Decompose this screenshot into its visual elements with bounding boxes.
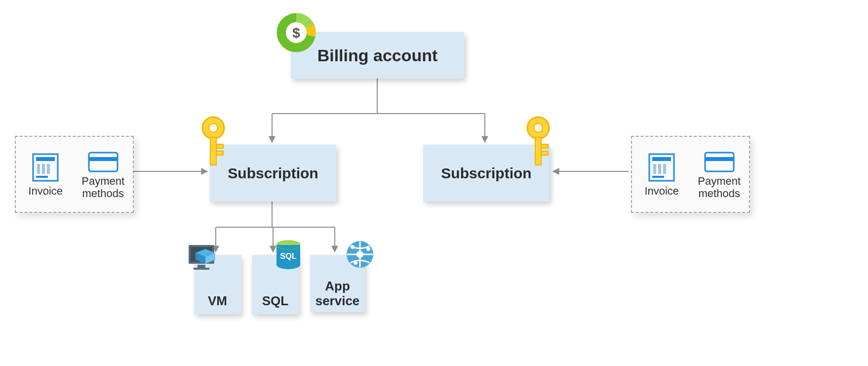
svg-rect-10 <box>541 144 548 148</box>
sql-db-icon: SQL <box>275 240 302 273</box>
billing-account-label: Billing account <box>317 46 438 65</box>
svg-rect-5 <box>216 144 223 148</box>
sql-label: SQL <box>262 294 288 309</box>
svg-rect-30 <box>47 164 50 174</box>
dollar-label: $ <box>292 25 300 41</box>
credit-card-icon <box>87 151 119 173</box>
subscription-1-label: Subscription <box>228 165 318 182</box>
app-service-label: App service <box>316 279 360 309</box>
svg-rect-15 <box>194 268 209 270</box>
credit-card-icon <box>704 151 735 173</box>
payment-item-right: Payment methods <box>696 151 743 200</box>
svg-rect-39 <box>652 176 664 178</box>
svg-point-22 <box>356 251 363 258</box>
svg-rect-11 <box>541 151 548 155</box>
svg-rect-32 <box>89 153 118 171</box>
svg-point-23 <box>351 245 355 249</box>
invoice-icon <box>31 153 60 183</box>
svg-rect-28 <box>37 164 40 174</box>
svg-rect-4 <box>210 137 216 165</box>
key-icon-2 <box>523 116 553 170</box>
svg-rect-33 <box>89 157 118 161</box>
key-icon-1 <box>198 116 228 170</box>
svg-point-25 <box>354 261 357 265</box>
svg-rect-37 <box>658 164 661 174</box>
svg-rect-14 <box>197 265 205 268</box>
invoice-icon <box>647 153 676 183</box>
diagram-canvas: Billing account $ Subscription Subscript… <box>0 0 868 366</box>
subscription-node-1: Subscription <box>210 145 336 202</box>
svg-rect-40 <box>705 153 734 171</box>
payment-box-right: Invoice Payment methods <box>631 136 750 213</box>
app-service-icon <box>346 240 374 269</box>
svg-point-8 <box>534 123 543 132</box>
svg-rect-38 <box>663 164 666 174</box>
svg-rect-9 <box>535 137 541 165</box>
svg-rect-41 <box>705 157 734 161</box>
svg-rect-36 <box>653 164 656 174</box>
sql-tag-label: SQL <box>280 252 297 260</box>
svg-rect-27 <box>36 157 55 161</box>
svg-point-24 <box>366 247 370 251</box>
subscription-2-label: Subscription <box>441 165 531 182</box>
payment-label-left: Payment methods <box>81 175 124 200</box>
svg-rect-31 <box>36 176 48 178</box>
invoice-label-right: Invoice <box>644 185 679 197</box>
invoice-item-left: Invoice <box>22 153 69 197</box>
invoice-label-left: Invoice <box>28 185 63 197</box>
payment-box-left: Invoice Payment methods <box>15 136 134 213</box>
vm-label: VM <box>208 294 227 309</box>
invoice-item-right: Invoice <box>638 153 685 197</box>
vm-icon <box>187 244 218 272</box>
svg-rect-6 <box>216 151 223 155</box>
cost-donut-icon: $ <box>276 12 317 53</box>
payment-label-right: Payment methods <box>698 175 741 200</box>
svg-point-3 <box>209 123 218 132</box>
svg-rect-29 <box>42 164 45 174</box>
svg-rect-35 <box>652 157 671 161</box>
payment-item-left: Payment methods <box>79 151 126 200</box>
